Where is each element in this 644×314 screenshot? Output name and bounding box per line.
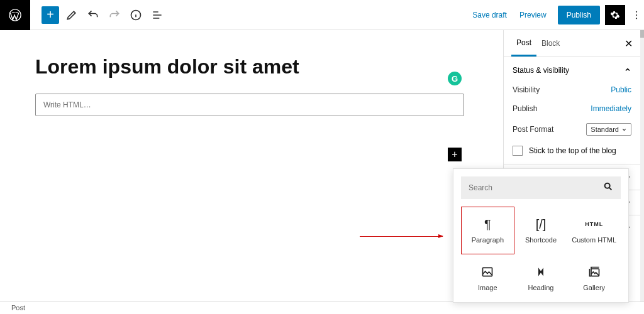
heading-icon [536,265,546,279]
html-icon: HTML [585,217,603,231]
settings-button[interactable] [605,5,625,25]
block-shortcode[interactable]: [/] Shortcode [514,207,568,254]
block-paragraph[interactable]: ¶ Paragraph [461,207,514,254]
status-visibility-panel: Status & visibility Visibility Public Pu… [504,57,640,165]
stick-label: Stick to the top of the blog [529,146,616,155]
visibility-row: Visibility Public [513,85,631,94]
grammarly-icon[interactable]: G [448,72,462,85]
sidebar-tabs: Post Block ✕ [504,30,640,57]
editor-canvas: Lorem ipsum dolor sit amet Write HTML… G [0,30,499,301]
svg-point-2 [636,11,637,12]
publish-row: Publish Immediately [513,104,631,113]
edit-icon[interactable] [63,6,80,24]
more-menu-icon[interactable] [629,0,644,30]
info-icon[interactable] [127,6,145,24]
svg-point-3 [636,14,637,15]
redo-icon[interactable] [106,6,123,24]
stick-checkbox-row[interactable]: Stick to the top of the blog [513,146,631,156]
save-draft-button[interactable]: Save draft [466,11,513,19]
panel-title: Status & visibility [513,66,569,75]
publish-button[interactable]: Publish [558,6,600,24]
outline-icon[interactable] [148,6,166,24]
top-right-actions: Save draft Preview Publish [466,0,644,30]
undo-icon[interactable] [84,6,102,24]
html-block-input[interactable]: Write HTML… [35,94,464,116]
post-format-row: Post Format Standard [513,123,631,136]
preview-button[interactable]: Preview [513,11,553,19]
paragraph-icon: ¶ [484,217,491,231]
add-block-inline-button[interactable]: + [448,148,462,161]
visibility-value[interactable]: Public [611,85,631,94]
panel-toggle[interactable]: Status & visibility [513,66,631,75]
annotation-arrow [360,236,443,237]
block-heading[interactable]: Heading [514,254,568,302]
block-inserter-popover: ¶ Paragraph [/] Shortcode HTML Custom HT… [453,168,629,303]
publish-value[interactable]: Immediately [591,104,631,113]
svg-point-4 [636,18,637,19]
checkbox-icon[interactable] [513,146,523,156]
footer-breadcrumb: Post [0,301,644,314]
inserter-search [461,176,621,199]
top-toolbar: + Save draft Preview Publish [0,0,644,30]
svg-point-5 [605,183,610,188]
search-input[interactable] [469,183,584,192]
inserter-grid: ¶ Paragraph [/] Shortcode HTML Custom HT… [453,207,628,302]
scrollbar[interactable] [640,30,644,314]
block-gallery[interactable]: Gallery [567,254,621,302]
publish-label: Publish [513,104,537,113]
close-sidebar-icon[interactable]: ✕ [625,38,633,50]
scrollbar-thumb[interactable] [640,30,644,38]
format-select[interactable]: Standard [586,123,631,136]
wordpress-logo[interactable] [0,0,30,30]
gallery-icon [588,265,601,279]
post-title[interactable]: Lorem ipsum dolor sit amet [35,55,464,78]
tab-block[interactable]: Block [536,30,565,57]
html-placeholder: Write HTML… [43,100,91,109]
visibility-label: Visibility [513,85,540,94]
image-icon [481,265,494,279]
shortcode-icon: [/] [536,217,547,231]
tab-post[interactable]: Post [511,30,536,57]
search-icon[interactable] [603,181,613,194]
chevron-up-icon [624,66,631,75]
format-label: Post Format [513,125,553,134]
breadcrumb[interactable]: Post [11,304,25,311]
add-block-button[interactable]: + [42,6,59,24]
block-custom-html[interactable]: HTML Custom HTML [567,207,621,254]
block-image[interactable]: Image [461,254,514,302]
